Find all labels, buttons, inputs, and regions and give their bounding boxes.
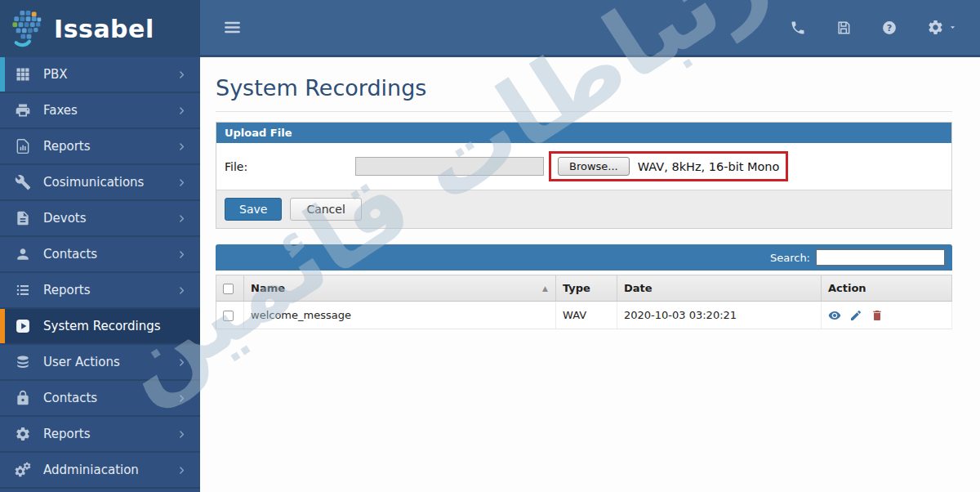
- sidebar-item-label: User Actions: [43, 355, 176, 369]
- sidebar-item-label: Faxes: [43, 103, 176, 118]
- sidebar-item-cosimunications[interactable]: Cosimunications: [0, 165, 200, 201]
- chevron-right-icon: [176, 429, 187, 440]
- wrench-icon: [15, 174, 31, 190]
- lock-icon: [15, 390, 31, 406]
- column-header-date[interactable]: Date: [617, 275, 822, 302]
- sidebar-item-label: Devots: [43, 211, 176, 226]
- table-body: welcome_messageWAV2020-10-03 03:20:21: [216, 302, 952, 329]
- sidebar-item-label: PBX: [43, 67, 176, 82]
- save-icon[interactable]: [835, 20, 852, 36]
- sidebar-item-reports-1[interactable]: Reports: [0, 129, 200, 165]
- settings-menu-button[interactable]: [927, 19, 957, 36]
- page-title: System Recordings: [216, 75, 952, 101]
- select-all-checkbox[interactable]: [223, 284, 234, 294]
- user-icon: [15, 246, 31, 262]
- chevron-right-icon: [176, 69, 187, 80]
- sidebar-item-label: Reports: [43, 283, 176, 297]
- file-label: File:: [225, 160, 355, 173]
- upload-panel: Upload File File: Browse... WAV, 8kHz, 1…: [216, 122, 952, 229]
- sidebar-item-addminiacation[interactable]: Addminiacation: [0, 453, 200, 489]
- gears-icon: [15, 462, 31, 478]
- upload-panel-footer: Save Cancel: [216, 190, 951, 228]
- sidebar-item-reports-2[interactable]: Reports: [0, 273, 200, 309]
- eye-icon[interactable]: [828, 309, 841, 322]
- svg-text:?: ?: [887, 23, 893, 34]
- play-icon: [15, 318, 31, 334]
- sidebar-item-label: Reports: [43, 139, 176, 154]
- sidebar-item-label: Contacts: [43, 391, 176, 405]
- table-header-row: Name▲TypeDateAction: [216, 275, 952, 302]
- chevron-right-icon: [176, 249, 187, 260]
- hamburger-icon[interactable]: [223, 18, 242, 37]
- cell-actions: [822, 302, 952, 329]
- cell-name: welcome_message: [244, 302, 556, 329]
- topbar-actions: ?: [790, 19, 957, 36]
- trash-icon[interactable]: [871, 309, 884, 322]
- file-path-input[interactable]: [355, 157, 544, 176]
- database-icon: [15, 354, 31, 370]
- upload-panel-header: Upload File: [216, 123, 951, 143]
- chevron-right-icon: [176, 177, 187, 188]
- save-button[interactable]: Save: [225, 198, 282, 221]
- title-divider: [216, 111, 952, 112]
- main-content: System Recordings Upload File File: Brow…: [200, 57, 980, 492]
- sidebar-item-pbx[interactable]: PBX: [0, 57, 200, 93]
- chevron-right-icon: [176, 141, 187, 152]
- sidebar-item-contacts-2[interactable]: Contacts: [0, 381, 200, 417]
- chevron-right-icon: [176, 285, 187, 296]
- chevron-right-icon: [176, 213, 187, 224]
- issabel-logo-icon: [11, 9, 47, 48]
- sidebar: Issabel PBXFaxesReportsCosimunicationsDe…: [0, 0, 200, 492]
- sidebar-item-label: Reports: [43, 427, 176, 441]
- gear-icon: [927, 19, 944, 36]
- table-toolbar: Search:: [216, 244, 952, 271]
- list-icon: [15, 282, 31, 298]
- sidebar-item-label: Contacts: [43, 247, 176, 262]
- sidebar-item-user-actions[interactable]: User Actions: [0, 345, 200, 381]
- accent-bar: [0, 57, 5, 92]
- cell-type: WAV: [556, 302, 617, 329]
- select-all-header[interactable]: [216, 275, 244, 302]
- chevron-right-icon: [176, 357, 187, 368]
- sidebar-item-label: Addminiacation: [43, 463, 176, 477]
- search-label: Search:: [770, 252, 810, 264]
- brand-name: Issabel: [54, 15, 154, 43]
- cell-date: 2020-10-03 03:20:21: [617, 302, 822, 329]
- row-checkbox[interactable]: [223, 311, 234, 321]
- column-header-type[interactable]: Type: [556, 275, 617, 302]
- help-icon[interactable]: ?: [881, 20, 898, 36]
- sidebar-item-system-recordings[interactable]: System Recordings: [0, 309, 200, 345]
- gear-icon: [15, 426, 31, 442]
- browse-button[interactable]: Browse...: [558, 157, 630, 176]
- chevron-right-icon: [176, 393, 187, 404]
- column-header-action[interactable]: Action: [822, 275, 952, 302]
- recordings-table-section: Search: Name▲TypeDateAction welcome_mess…: [216, 244, 952, 329]
- recordings-table: Name▲TypeDateAction welcome_messageWAV20…: [216, 275, 952, 329]
- sidebar-item-contacts-1[interactable]: Contacts: [0, 237, 200, 273]
- sidebar-item-label: Cosimunications: [43, 175, 176, 190]
- logo-area[interactable]: Issabel: [0, 0, 200, 57]
- column-header-name[interactable]: Name▲: [244, 275, 556, 302]
- phone-icon[interactable]: [790, 20, 806, 36]
- cancel-button[interactable]: Cancel: [290, 198, 361, 221]
- annotation-red-box: Browse... WAV, 8kHz, 16-bit Mono: [549, 151, 788, 181]
- printer-icon: [15, 102, 31, 119]
- accent-bar: [0, 309, 5, 343]
- sidebar-item-faxes[interactable]: Faxes: [0, 93, 200, 129]
- format-hint: WAV, 8kHz, 16-bit Mono: [638, 160, 780, 173]
- sidebar-item-devots[interactable]: Devots: [0, 201, 200, 237]
- table-row: welcome_messageWAV2020-10-03 03:20:21: [216, 302, 952, 329]
- file-row: File: Browse... WAV, 8kHz, 16-bit Mono: [216, 143, 951, 190]
- chevron-right-icon: [176, 465, 187, 476]
- chart-doc-icon: [15, 138, 31, 154]
- grid-icon: [15, 66, 31, 83]
- sidebar-item-reports-3[interactable]: Reports: [0, 417, 200, 453]
- sort-asc-icon: ▲: [542, 284, 548, 293]
- file-icon: [15, 210, 31, 226]
- sidebar-item-label: System Recordings: [43, 319, 187, 333]
- topbar: ?: [200, 0, 980, 57]
- pencil-icon[interactable]: [849, 309, 862, 322]
- chevron-right-icon: [176, 105, 187, 116]
- caret-down-icon: [948, 23, 957, 32]
- search-input[interactable]: [816, 249, 945, 266]
